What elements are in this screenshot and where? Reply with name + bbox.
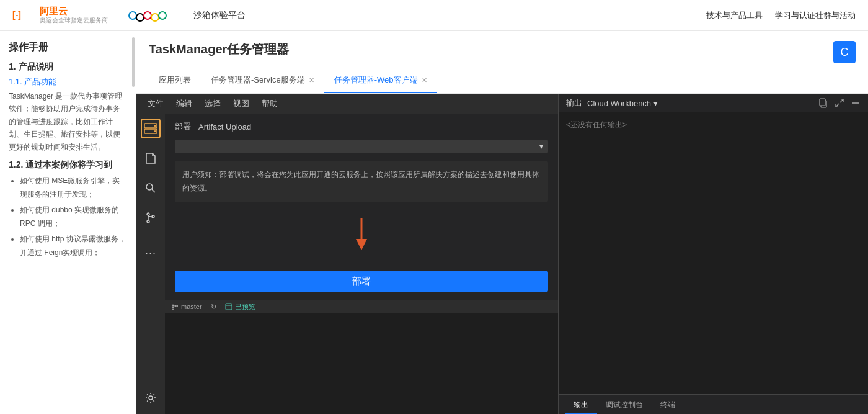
output-body: <还没有任何输出>: [559, 112, 868, 394]
platform-name: 沙箱体验平台: [193, 10, 246, 21]
tab-web-client-label: 任务管理器-Web客户端: [334, 74, 418, 86]
left-sidebar: 操作手册 1. 产品说明 1.1. 产品功能 TaskManager 是一款代办…: [0, 31, 136, 414]
menu-help[interactable]: 帮助: [255, 96, 284, 111]
ide-main: ···: [136, 114, 558, 414]
nav-community[interactable]: 学习与认证社群与活动: [775, 10, 856, 21]
preview-item: 已预览: [225, 302, 255, 312]
deploy-separator: [259, 127, 548, 127]
svg-point-7: [147, 213, 149, 215]
activity-icon-settings[interactable]: [141, 388, 161, 408]
aliyun-logo-icon: [-]: [12, 7, 36, 24]
ide-right-panel: 输出 Cloud Workbench ▾: [558, 94, 868, 414]
tab-service-close[interactable]: ✕: [309, 77, 314, 84]
chevron-down-icon: ▾: [653, 99, 658, 108]
sidebar-section1-sub[interactable]: 1.1. 产品功能: [9, 76, 127, 88]
svg-line-20: [836, 104, 839, 107]
activity-icon-search[interactable]: [141, 178, 161, 198]
search-icon: [145, 182, 156, 194]
menu-edit[interactable]: 编辑: [170, 96, 198, 111]
page-header: TaskManager任务管理器 C: [136, 31, 868, 68]
menu-view[interactable]: 视图: [227, 96, 255, 111]
activity-icon-deploy[interactable]: [141, 119, 161, 138]
top-header: [-] 阿里云 奥运会全球指定云服务商 沙箱体验平台 技术与产品工具 学习与认证…: [0, 0, 868, 31]
svg-point-4: [154, 130, 156, 132]
svg-rect-18: [820, 99, 825, 106]
arrow-area: [175, 202, 548, 258]
copy-icon[interactable]: [818, 98, 828, 108]
output-title-area: 输出 Cloud Workbench ▾: [566, 97, 658, 109]
deploy-button[interactable]: 部署: [175, 271, 548, 292]
artifact-upload-label: Artifact Upload: [198, 122, 251, 132]
settings-icon: [145, 392, 156, 403]
output-actions: [818, 98, 861, 108]
page-title: TaskManager任务管理器: [149, 41, 289, 68]
activity-icon-file[interactable]: [141, 148, 161, 168]
ide-activity-bar: ···: [136, 114, 165, 414]
tab-service[interactable]: 任务管理器-Service服务端 ✕: [201, 68, 324, 93]
deploy-btn-area: 部署: [165, 266, 558, 300]
status-bar: master ↻ 已预览: [165, 300, 558, 313]
output-dropdown[interactable]: Cloud Workbench ▾: [587, 99, 658, 108]
sync-icon-item[interactable]: ↻: [211, 303, 216, 311]
dropdown-arrow: ▾: [539, 142, 543, 151]
tabs-bar: 应用列表 任务管理器-Service服务端 ✕ 任务管理器-Web客户端 ✕: [136, 68, 868, 94]
ide-area: 文件 编辑 选择 视图 帮助: [136, 94, 868, 414]
sidebar-scrollbar[interactable]: [132, 31, 135, 414]
dropdown-row[interactable]: ▾: [175, 140, 548, 153]
git-branch: master: [171, 303, 202, 310]
output-tab-output[interactable]: 输出: [565, 397, 597, 414]
sidebar-list: 如何使用 MSE微服务引擎，实现服务的注册于发现； 如何使用 dubbo 实现微…: [9, 174, 127, 260]
aliyun-logo: [-] 阿里云 奥运会全球指定云服务商: [12, 6, 108, 25]
git-branch-label: master: [181, 303, 202, 310]
svg-point-10: [149, 396, 153, 400]
output-header: 输出 Cloud Workbench ▾: [559, 94, 868, 112]
tab-app-list[interactable]: 应用列表: [149, 68, 201, 93]
header-left: [-] 阿里云 奥运会全球指定云服务商 沙箱体验平台: [12, 6, 246, 25]
list-item: 如何使用 dubbo 实现微服务的 RPC 调用；: [20, 204, 127, 230]
aliyun-name: 阿里云: [40, 6, 68, 16]
output-dropdown-label: Cloud Workbench: [587, 99, 651, 108]
svg-point-12: [172, 304, 174, 306]
scrollbar-thumb: [132, 37, 135, 87]
nav-tech-tools[interactable]: 技术与产品工具: [706, 10, 763, 21]
notice-box: 用户须知：部署调试，将会在您为此应用开通的云服务上，按照该应用所属解决方案的描述…: [175, 161, 548, 202]
olympic-rings: [128, 9, 167, 22]
sidebar-title: 操作手册: [9, 41, 127, 54]
deploy-icon: [144, 123, 157, 134]
maximize-icon[interactable]: [835, 98, 844, 108]
deploy-label: 部署: [175, 121, 191, 132]
aliyun-text-block: 阿里云 奥运会全球指定云服务商: [40, 6, 108, 25]
ide-menubar: 文件 编辑 选择 视图 帮助: [136, 94, 558, 114]
git-icon: [146, 212, 156, 224]
tab-web-client-close[interactable]: ✕: [422, 77, 427, 84]
svg-point-5: [146, 184, 153, 190]
main-layout: 操作手册 1. 产品说明 1.1. 产品功能 TaskManager 是一款代办…: [0, 31, 868, 414]
tab-web-client[interactable]: 任务管理器-Web客户端 ✕: [324, 68, 437, 93]
menu-select[interactable]: 选择: [198, 96, 227, 111]
sidebar-section1-text: TaskManager 是一款代办事项管理软件；能够协助用户完成待办事务的管理与…: [9, 90, 127, 153]
preview-icon: [225, 303, 232, 310]
tab-service-label: 任务管理器-Service服务端: [211, 74, 305, 86]
menu-file[interactable]: 文件: [141, 96, 170, 111]
file-icon: [145, 152, 156, 164]
output-empty-text: <还没有任何输出>: [566, 120, 627, 129]
preview-label[interactable]: 已预览: [235, 302, 255, 312]
deploy-panel-header: 部署 Artifact Upload: [175, 121, 548, 132]
header-nav: 技术与产品工具 学习与认证社群与活动: [706, 10, 856, 21]
refresh-button[interactable]: C: [833, 41, 856, 63]
svg-rect-15: [226, 304, 232, 310]
svg-point-13: [172, 308, 174, 310]
aliyun-subtitle: 奥运会全球指定云服务商: [40, 16, 108, 25]
activity-icon-more[interactable]: ···: [141, 243, 161, 263]
output-tab-terminal[interactable]: 终端: [652, 397, 684, 414]
output-tab-debug-console[interactable]: 调试控制台: [597, 397, 652, 414]
svg-line-19: [840, 99, 843, 102]
activity-icon-git[interactable]: [141, 208, 161, 228]
ring-green: [158, 11, 167, 20]
header-divider: [118, 9, 118, 22]
sync-icon: ↻: [211, 303, 216, 311]
ide-left-panel: 文件 编辑 选择 视图 帮助: [136, 94, 558, 414]
minimize-icon[interactable]: [851, 98, 861, 108]
output-title: 输出: [566, 97, 582, 109]
deploy-arrow: [343, 215, 380, 252]
